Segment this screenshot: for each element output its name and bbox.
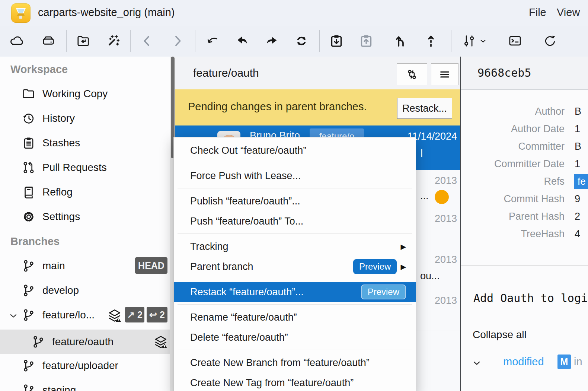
sidebar-item-reflog[interactable]: Reflog <box>0 182 170 203</box>
magic-wand-icon <box>106 34 121 48</box>
book-icon <box>22 185 36 199</box>
branch-label: develop <box>42 284 79 296</box>
redo-button[interactable] <box>260 29 284 53</box>
detail-label: Committer Date <box>494 158 565 170</box>
chevron-down-icon <box>479 36 488 45</box>
sidebar-item-label: Reflog <box>42 186 73 198</box>
branch-item-feature-oauth[interactable]: feature/oauth <box>0 330 170 354</box>
redo-arrow-icon <box>264 34 279 48</box>
compare-button[interactable] <box>397 63 427 85</box>
sidebar-item-pull-requests[interactable]: Pull Requests <box>0 157 170 178</box>
chevron-left-icon <box>140 34 154 48</box>
collapse-all-button[interactable]: Collapse all <box>473 329 527 341</box>
ahead-badge: ↗ 2 <box>125 307 144 322</box>
cloud-button[interactable] <box>5 29 29 53</box>
branch-label: main <box>42 260 65 272</box>
menu-separator <box>174 160 416 166</box>
rebase-button[interactable] <box>419 29 443 53</box>
window-title: carparts-website_orig (main) <box>38 6 175 19</box>
menu-separator <box>174 277 416 282</box>
commit-message-tail: ... <box>420 190 429 202</box>
menu-item-force-push[interactable]: Force Push with Lease... <box>174 166 416 186</box>
chevron-down-icon[interactable] <box>8 311 19 321</box>
list-view-button[interactable] <box>431 63 458 85</box>
detail-value: B <box>575 106 581 117</box>
stash-pop-button[interactable] <box>354 29 378 53</box>
branch-icon <box>22 308 36 322</box>
sidebar-item-label: Settings <box>42 211 80 223</box>
workspace-header: Workspace <box>10 63 68 76</box>
ref-badge: fe <box>574 174 588 189</box>
refresh-button[interactable] <box>538 29 562 53</box>
restack-button[interactable]: Restack... <box>397 98 452 119</box>
sidebar-item-label: History <box>42 112 75 124</box>
menu-item-create-branch[interactable]: Create New Branch from “feature/oauth” <box>174 353 416 373</box>
compare-dropdown-button[interactable] <box>457 29 493 53</box>
menu-item-restack[interactable]: Restack “feature/oauth”... Preview <box>174 282 416 302</box>
branch-graph-icon <box>462 34 476 48</box>
stash-icon <box>22 136 36 150</box>
commit-short-hash: 9668ceb5 <box>477 66 531 79</box>
branch-icon <box>22 259 36 273</box>
branch-item-feature-uploader[interactable]: feature/uploader <box>0 355 170 376</box>
branch-item-develop[interactable]: develop <box>0 280 170 301</box>
branch-item-main[interactable]: main HEAD <box>0 255 170 276</box>
menu-file[interactable]: File <box>529 6 546 19</box>
menu-separator <box>174 231 416 236</box>
commit-message-tail: ou... <box>420 270 440 282</box>
detail-value: 1 <box>575 123 580 135</box>
sidebar-item-stashes[interactable]: Stashes <box>0 133 170 153</box>
branch-label: feature/uploader <box>42 360 118 372</box>
detail-label: TreeHash <box>521 228 565 240</box>
folder-icon <box>22 87 36 101</box>
undo-button[interactable] <box>230 29 254 53</box>
local-repo-button[interactable] <box>36 29 60 53</box>
terminal-button[interactable] <box>503 29 527 53</box>
dashed-up-arrow-icon <box>424 34 438 48</box>
sync-icon <box>294 34 309 48</box>
menu-item-parent-branch[interactable]: Parent branch Preview ▶ <box>174 257 416 277</box>
sync-button[interactable] <box>290 29 313 53</box>
clipboard-up-icon <box>359 34 374 48</box>
quick-actions-button[interactable] <box>101 29 125 53</box>
back-button[interactable] <box>135 29 159 53</box>
branch-icon <box>22 283 36 298</box>
sidebar-item-settings[interactable]: Settings <box>0 206 170 227</box>
merge-button[interactable] <box>389 29 413 53</box>
branch-context-menu: Check Out “feature/oauth” Force Push wit… <box>173 137 416 391</box>
cloud-icon <box>9 34 24 48</box>
refresh-icon <box>543 34 557 48</box>
sidebar-item-history[interactable]: History <box>0 108 170 129</box>
file-status: modified <box>503 356 544 368</box>
menu-item-tracking[interactable]: Tracking ▶ <box>174 236 416 257</box>
sidebar-item-label: Stashes <box>42 137 80 149</box>
detail-value: B <box>575 141 581 152</box>
forward-button[interactable] <box>166 29 189 53</box>
terminal-icon <box>508 34 523 48</box>
branch-item-feature-lo[interactable]: feature/lo... ↗ 2 ↩ 2 <box>0 305 170 325</box>
stash-save-button[interactable] <box>325 29 348 53</box>
detail-label: Refs <box>544 176 565 187</box>
commit-message: Add Oauth to logi <box>473 292 588 305</box>
chevron-down-icon[interactable] <box>472 358 482 368</box>
file-name: in <box>574 356 582 368</box>
behind-badge: ↩ 2 <box>147 307 167 322</box>
status-dot <box>435 190 449 204</box>
commit-details-panel: 9668ceb5 AuthorB Author Date1 CommitterB… <box>461 57 588 391</box>
head-badge: HEAD <box>135 257 167 274</box>
sidebar-item-working-copy[interactable]: Working Copy <box>0 83 170 104</box>
menu-item-rename[interactable]: Rename “feature/oauth” <box>174 307 416 327</box>
menu-view[interactable]: View <box>557 6 580 19</box>
changed-file-row[interactable]: modified M in <box>461 349 588 377</box>
menu-item-push-to[interactable]: Push “feature/oauth” To... <box>174 211 416 231</box>
menu-item-checkout[interactable]: Check Out “feature/oauth” <box>174 140 416 160</box>
commit-date: 2013 <box>435 295 457 306</box>
commit-date: 2013 <box>435 213 457 225</box>
menu-item-publish[interactable]: Publish “feature/oauth”... <box>174 191 416 211</box>
menu-item-delete[interactable]: Delete “feature/oauth” <box>174 327 416 347</box>
branch-item-staging[interactable]: staging <box>0 380 170 391</box>
menu-item-create-tag[interactable]: Create New Tag from “feature/oauth” <box>174 373 416 391</box>
open-repo-button[interactable] <box>71 29 95 53</box>
checkout-button[interactable] <box>200 29 224 53</box>
preview-badge: Preview <box>353 259 397 274</box>
